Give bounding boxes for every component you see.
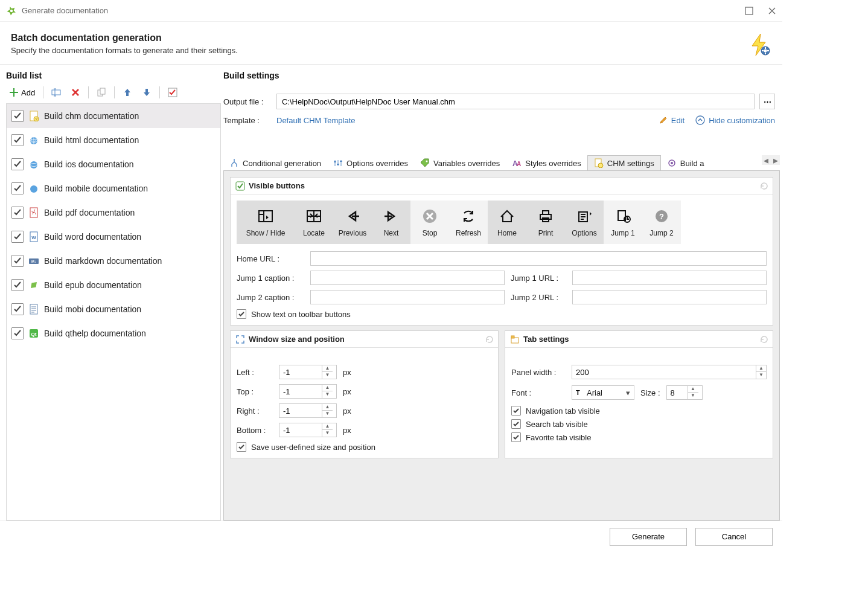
left-input[interactable]: ▲▼ xyxy=(279,365,337,379)
svg-rect-30 xyxy=(337,164,339,165)
search-tab-checkbox[interactable] xyxy=(511,419,521,429)
checkbox[interactable] xyxy=(11,158,24,170)
tab-options-overrides[interactable]: Options overrides xyxy=(327,156,414,170)
tab-chm-settings[interactable]: CHM settings xyxy=(587,155,661,171)
tab-scroll-right[interactable]: ▸ xyxy=(771,155,780,165)
check-all-button[interactable] xyxy=(165,86,180,99)
toggle-locate[interactable]: Locate xyxy=(295,201,333,244)
jump1-url-input[interactable] xyxy=(572,271,767,285)
right-input[interactable]: ▲▼ xyxy=(279,403,337,418)
toggle-stop[interactable]: Stop xyxy=(410,201,449,244)
show-hide-icon xyxy=(257,207,275,225)
window-size-title: Window size and position xyxy=(249,335,345,344)
build-item-epub[interactable]: Build epub documentation xyxy=(7,273,220,297)
jump2-caption-input[interactable] xyxy=(310,290,505,304)
move-up-button[interactable] xyxy=(120,86,135,99)
edit-link[interactable]: Edit xyxy=(659,116,685,125)
qthelp-icon: Qt xyxy=(28,328,39,339)
tab-scroll-left[interactable]: ◂ xyxy=(762,155,770,165)
font-select[interactable]: T Arial▾ xyxy=(572,385,634,400)
toggle-show-hide[interactable]: Show / Hide xyxy=(237,201,295,244)
save-size-checkbox[interactable] xyxy=(237,442,246,452)
add-button[interactable]: Add xyxy=(6,86,38,99)
checkbox[interactable] xyxy=(11,327,24,339)
jump1-caption-input[interactable] xyxy=(310,271,505,285)
bottom-input[interactable]: ▲▼ xyxy=(279,423,337,437)
visible-buttons-title: Visible buttons xyxy=(249,181,305,190)
checkbox[interactable] xyxy=(11,231,24,243)
svg-rect-5 xyxy=(767,50,769,51)
reset-icon[interactable] xyxy=(759,181,769,191)
checkbox[interactable] xyxy=(11,207,24,219)
pencil-icon xyxy=(659,116,668,124)
build-list[interactable]: ? Build chm documentation Build html doc… xyxy=(6,103,221,521)
toggle-next[interactable]: Next xyxy=(372,201,410,244)
move-down-button[interactable] xyxy=(139,86,155,99)
jump1-url-label: Jump 1 URL : xyxy=(511,274,566,283)
checkbox[interactable] xyxy=(11,182,24,194)
build-item-pdf[interactable]: Build pdf documentation xyxy=(7,201,220,225)
tab-variables-overrides[interactable]: Variables overrides xyxy=(414,156,506,170)
svg-rect-7 xyxy=(765,53,766,54)
checkbox[interactable] xyxy=(11,303,24,315)
generate-button[interactable]: Generate xyxy=(610,528,687,546)
toggle-options[interactable]: Options xyxy=(565,201,604,244)
svg-text:Qt: Qt xyxy=(31,332,37,337)
toggle-print[interactable]: Print xyxy=(526,201,565,244)
checkbox[interactable] xyxy=(11,134,24,146)
build-list-pane: Build list Add ? Build chm documentation xyxy=(6,71,221,521)
toggle-refresh[interactable]: Refresh xyxy=(449,201,488,244)
epub-icon xyxy=(28,280,39,290)
build-item-mobile[interactable]: Build mobile documentation xyxy=(7,176,220,201)
build-item-html[interactable]: Build html documentation xyxy=(7,128,220,152)
panel-width-input[interactable]: ▲▼ xyxy=(572,365,767,379)
tab-styles-overrides[interactable]: AAStyles overrides xyxy=(506,156,587,170)
window-title: Generate documentation xyxy=(22,6,745,15)
toggle-jump2[interactable]: ?Jump 2 xyxy=(642,201,681,244)
output-file-input[interactable] xyxy=(276,94,755,109)
svg-text:M↓: M↓ xyxy=(31,260,36,263)
sliders-icon xyxy=(333,158,343,168)
tab-build-actions[interactable]: Build a xyxy=(661,156,710,170)
svg-point-0 xyxy=(10,9,13,12)
font-icon: T xyxy=(575,388,583,397)
visible-buttons-group: Visible buttons Show / Hide Locate Previ… xyxy=(230,177,773,326)
jump1-caption-label: Jump 1 caption : xyxy=(237,274,304,283)
build-item-chm[interactable]: ? Build chm documentation xyxy=(7,104,220,128)
reset-icon[interactable] xyxy=(485,335,494,344)
svg-point-32 xyxy=(426,161,428,162)
home-icon xyxy=(498,207,516,225)
rename-button[interactable] xyxy=(48,86,64,99)
build-item-mobi[interactable]: Build mobi documentation xyxy=(7,297,220,321)
duplicate-button[interactable] xyxy=(94,86,109,99)
top-input[interactable]: ▲▼ xyxy=(279,384,337,399)
build-item-ios[interactable]: Build ios documentation xyxy=(7,152,220,176)
build-item-markdown[interactable]: M↓ Build markdown documentation xyxy=(7,249,220,273)
reset-icon[interactable] xyxy=(759,335,769,344)
toggle-previous[interactable]: Previous xyxy=(333,201,372,244)
cancel-button[interactable]: Cancel xyxy=(695,528,773,546)
build-item-word[interactable]: W Build word documentation xyxy=(7,225,220,249)
checkbox[interactable] xyxy=(11,110,24,122)
font-size-input[interactable]: ▲▼ xyxy=(666,385,703,400)
tab-conditional-generation[interactable]: Conditional generation xyxy=(223,156,327,170)
hide-customization-link[interactable]: Hide customization xyxy=(695,115,775,125)
browse-button[interactable]: ⋯ xyxy=(759,94,775,109)
template-link[interactable]: Default CHM Template xyxy=(276,116,356,125)
jump2-url-input[interactable] xyxy=(572,290,767,304)
fav-tab-checkbox[interactable] xyxy=(511,432,521,442)
maximize-icon[interactable] xyxy=(745,7,753,15)
svg-rect-40 xyxy=(259,211,272,222)
delete-button[interactable] xyxy=(68,86,83,99)
show-text-checkbox[interactable] xyxy=(237,309,246,319)
home-url-input[interactable] xyxy=(310,251,767,266)
close-icon[interactable] xyxy=(768,7,776,15)
tab-settings-group: Tab settings Panel width : ▲▼ Font : T xyxy=(505,330,773,458)
toggle-jump1[interactable]: Jump 1 xyxy=(604,201,642,244)
checkbox[interactable] xyxy=(11,279,24,291)
toggle-home[interactable]: Home xyxy=(488,201,526,244)
checkbox[interactable] xyxy=(11,255,24,267)
svg-point-17 xyxy=(30,161,37,168)
build-item-qthelp[interactable]: Qt Build qthelp documentation xyxy=(7,321,220,345)
nav-tab-checkbox[interactable] xyxy=(511,406,521,416)
